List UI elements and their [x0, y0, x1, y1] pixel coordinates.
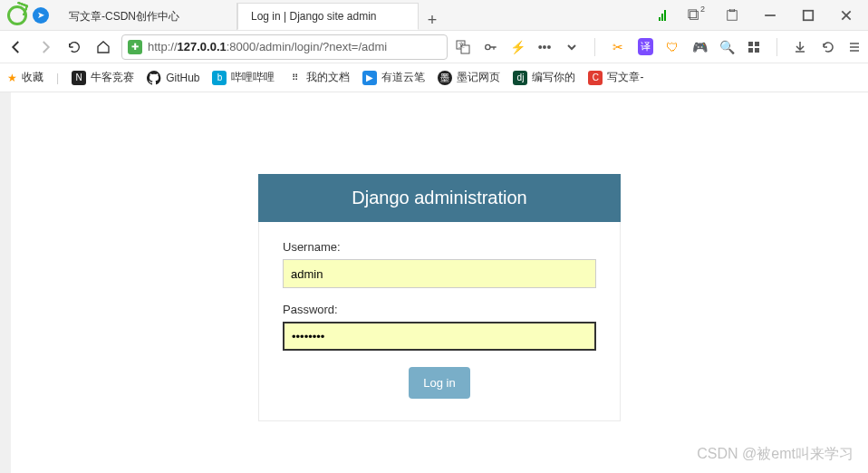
- favorites-button[interactable]: ★ 收藏: [7, 70, 43, 85]
- divider: [776, 38, 777, 56]
- bookmark-youdao[interactable]: ▶ 有道云笔: [362, 70, 425, 85]
- screenshot-icon[interactable]: [714, 3, 750, 28]
- url-text: http://127.0.0.1:8000/admin/login/?next=…: [148, 40, 387, 53]
- address-bar: ✚ http://127.0.0.1:8000/admin/login/?nex…: [0, 31, 868, 63]
- bolt-icon[interactable]: ⚡: [509, 40, 526, 54]
- svg-text:文: 文: [458, 42, 465, 48]
- docs-icon: ⠿: [287, 71, 302, 85]
- watermark: CSDN @被emt叫来学习: [697, 445, 854, 464]
- grid-ext-icon[interactable]: [746, 41, 762, 53]
- scissors-icon[interactable]: ✂: [610, 40, 626, 54]
- tab-strip: 写文章-CSDN创作中心 Log in | Django site admin …: [56, 0, 655, 30]
- password-input[interactable]: [283, 322, 596, 351]
- more-icon[interactable]: •••: [536, 40, 553, 54]
- bookmark-django[interactable]: dj 编写你的: [513, 70, 575, 85]
- browser-logo-icon: [7, 5, 27, 25]
- tab-count-badge[interactable]: 2: [676, 3, 712, 28]
- bookmark-mydocs[interactable]: ⠿ 我的文档: [287, 70, 350, 85]
- shield-icon: ✚: [128, 40, 142, 54]
- svg-rect-12: [748, 42, 753, 46]
- svg-point-11: [486, 44, 490, 49]
- moji-icon: 墨: [438, 71, 452, 85]
- url-input[interactable]: ✚ http://127.0.0.1:8000/admin/login/?nex…: [121, 34, 448, 60]
- django-icon: dj: [513, 71, 527, 85]
- search-ext-icon[interactable]: 🔍: [719, 40, 735, 54]
- back-button[interactable]: [5, 36, 27, 58]
- login-header: Django administration: [258, 174, 621, 222]
- maximize-button[interactable]: [790, 3, 826, 28]
- network-indicator-icon: [659, 10, 667, 21]
- tab-label: 写文章-CSDN创作中心: [69, 9, 179, 24]
- bookmark-csdn-write[interactable]: C 写文章-: [588, 70, 643, 85]
- bookmarks-bar: ★ 收藏 | N 牛客竞赛 GitHub b 哔哩哔哩 ⠿ 我的文档 ▶ 有道云…: [0, 63, 868, 92]
- login-button[interactable]: Log in: [409, 367, 469, 399]
- page-content: Django administration Username: Password…: [0, 92, 868, 473]
- username-label: Username:: [283, 240, 596, 254]
- key-icon[interactable]: [482, 40, 498, 54]
- username-input[interactable]: [283, 259, 596, 288]
- chevron-down-icon[interactable]: [564, 42, 580, 53]
- bilibili-icon: b: [212, 71, 227, 85]
- tab-django-admin[interactable]: Log in | Django site admin: [237, 3, 419, 30]
- svg-rect-13: [755, 42, 759, 46]
- divider: [594, 38, 595, 56]
- tab-label: Log in | Django site admin: [251, 10, 377, 23]
- reload-button[interactable]: [63, 36, 85, 58]
- browser-titlebar: ➤ 写文章-CSDN创作中心 Log in | Django site admi…: [0, 0, 868, 31]
- login-container: Django administration Username: Password…: [258, 174, 621, 421]
- github-icon: [147, 71, 161, 85]
- tab-csdn-editor[interactable]: 写文章-CSDN创作中心: [56, 3, 237, 30]
- nowcoder-icon: N: [72, 71, 86, 85]
- forward-button[interactable]: [34, 36, 56, 58]
- game-ext-icon[interactable]: 🎮: [691, 40, 708, 54]
- menu-icon[interactable]: [846, 41, 863, 53]
- bookmark-github[interactable]: GitHub: [147, 71, 199, 85]
- svg-rect-5: [804, 10, 814, 20]
- new-tab-button[interactable]: +: [419, 11, 446, 30]
- csdn-icon: C: [588, 71, 603, 85]
- youdao-icon: ▶: [362, 71, 377, 85]
- password-label: Password:: [283, 303, 596, 316]
- download-icon[interactable]: [792, 41, 808, 53]
- send-icon[interactable]: ➤: [33, 7, 49, 24]
- bookmark-bilibili[interactable]: b 哔哩哔哩: [212, 70, 275, 85]
- undo-icon[interactable]: [819, 41, 835, 53]
- svg-rect-14: [748, 48, 753, 53]
- divider: |: [56, 72, 59, 84]
- minimize-button[interactable]: [752, 3, 788, 28]
- shield-ext-icon[interactable]: 🛡: [664, 40, 680, 54]
- svg-rect-15: [755, 48, 759, 53]
- bookmark-nowcoder[interactable]: N 牛客竞赛: [72, 70, 134, 85]
- bookmark-moji[interactable]: 墨 墨记网页: [438, 70, 500, 85]
- star-icon: ★: [7, 72, 17, 84]
- home-button[interactable]: [92, 36, 114, 58]
- translate-ext-icon[interactable]: 译: [637, 38, 653, 55]
- translate-icon[interactable]: 文: [455, 40, 471, 54]
- svg-rect-2: [728, 10, 738, 20]
- close-button[interactable]: [828, 3, 864, 28]
